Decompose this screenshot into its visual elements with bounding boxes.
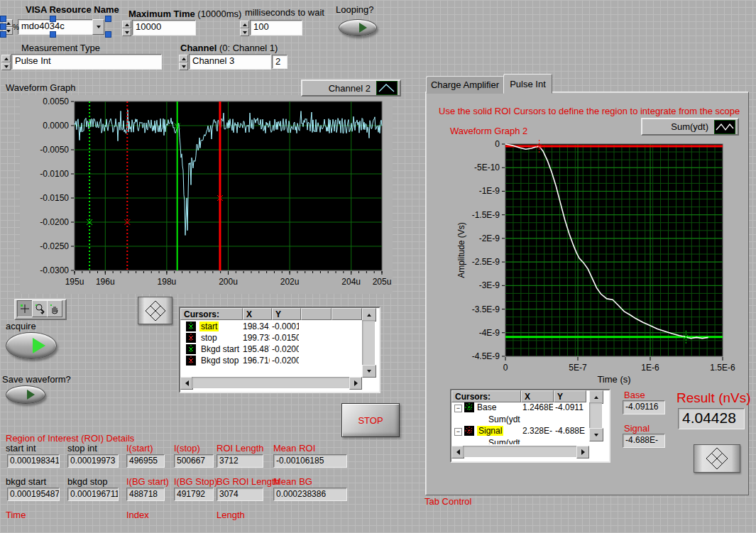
selection-handle [50, 31, 56, 38]
roi-label: Mean BG [273, 476, 312, 487]
max-time-input[interactable]: 10000 [132, 20, 196, 35]
svg-text:195u: 195u [65, 277, 84, 287]
cursor-col-y[interactable]: Y [272, 308, 301, 320]
cursor-row-name[interactable]: start [199, 322, 241, 331]
waveform-graph-legend[interactable]: Channel 2 [301, 79, 401, 97]
horizontal-scrollbar[interactable] [463, 446, 576, 457]
ms-wait-spinner[interactable] [240, 21, 249, 36]
legend-label: Sum(ydt) [671, 121, 708, 132]
roi-footer-time: Time [6, 510, 26, 520]
scroll-right-button[interactable] [349, 377, 362, 390]
cursor-row-y[interactable]: -0.0150 [272, 333, 299, 343]
svg-text:-4.5E-9: -4.5E-9 [472, 351, 500, 361]
ms-wait-input[interactable]: 100 [250, 20, 302, 35]
chevron-down-icon [97, 26, 101, 28]
save-waveform-label: Save waveform? [2, 374, 71, 385]
cursor-row-x[interactable]: 1.2468E [522, 402, 553, 412]
roi-value: 488718 [126, 488, 165, 501]
decrement-icon[interactable] [6, 30, 11, 33]
tab-pulse-int[interactable]: Pulse Int [503, 74, 552, 94]
cursor-col-name[interactable]: Cursors: [451, 390, 521, 402]
svg-text:0.0000: 0.0000 [43, 121, 69, 131]
svg-text:1E-6: 1E-6 [641, 363, 659, 373]
cursor-row-y[interactable]: -4.0911 [555, 402, 586, 412]
cursor-row-name[interactable]: stop [201, 333, 242, 343]
cursor-row-y[interactable]: -0.0001 [272, 322, 299, 331]
cursor-row-name[interactable]: Bkgd stop [201, 356, 242, 366]
scroll-down-button[interactable] [362, 365, 376, 378]
vertical-scrollbar[interactable] [362, 320, 375, 365]
cursor-row-y[interactable]: -4.688E [555, 426, 586, 436]
svg-text:1.5E-6: 1.5E-6 [710, 363, 735, 373]
cursor-marker-icon[interactable] [464, 426, 474, 436]
roi-value: -0.00106185 [273, 454, 347, 468]
cursor-mover-left[interactable] [138, 297, 172, 324]
cursor-marker-icon[interactable] [186, 344, 196, 354]
stop-button[interactable]: STOP [341, 403, 400, 437]
waveform-graph2-legend[interactable]: Sum(ydt) [641, 118, 739, 136]
horizontal-scrollbar[interactable] [192, 377, 349, 388]
looping-toggle-button[interactable] [339, 19, 377, 36]
roi-footer-length: Length [217, 510, 245, 520]
cursor-row-x[interactable]: 2.328E- [522, 426, 553, 436]
vertical-scrollbar[interactable] [589, 402, 602, 428]
channel-spinner[interactable] [179, 55, 188, 70]
cursor-col-x[interactable]: X [243, 308, 272, 320]
cursor-col-y[interactable]: Y [554, 390, 586, 402]
cursor-row-x[interactable]: 196.716 [243, 356, 270, 366]
increment-icon[interactable] [6, 22, 11, 25]
cursor-row-y[interactable]: -0.0200 [272, 344, 299, 354]
scroll-down-button[interactable] [589, 428, 603, 441]
cursor-row-x[interactable]: 199.733 [243, 333, 270, 343]
cursor-marker-icon[interactable] [186, 333, 196, 343]
cursor-row-y[interactable]: -0.0200 [272, 356, 299, 366]
waveform-graph-plot[interactable]: 0.00500.0000-0.0050-0.0100-0.0150-0.0200… [20, 95, 393, 290]
cursor-row-name[interactable]: Bkgd start [201, 344, 242, 354]
cursor-col-name[interactable]: Cursors: [180, 308, 243, 320]
scroll-right-button[interactable] [576, 446, 589, 458]
roi-value: 0.00019973 [67, 454, 119, 468]
max-time-spinner[interactable] [122, 21, 131, 36]
cursor-child-row[interactable]: Sum(ydt [488, 438, 531, 444]
play-icon [359, 23, 367, 33]
tab-control-caption: Tab Control [424, 496, 471, 507]
acquire-button[interactable] [6, 332, 57, 359]
svg-text:-0.0250: -0.0250 [40, 241, 69, 251]
stop-button-label: STOP [358, 415, 383, 426]
measurement-type-spinner[interactable] [1, 55, 11, 70]
visa-dropdown-button[interactable] [92, 19, 104, 35]
max-time-label: Maximum Time (10000ms) [128, 9, 241, 19]
signal-value: -4.688E- [623, 434, 665, 448]
cursor-child-row[interactable]: Sum(ydt [488, 414, 531, 424]
svg-text:-3.5E-9: -3.5E-9 [472, 304, 500, 314]
zoom-tool-button[interactable] [32, 300, 48, 317]
measurement-type-input[interactable]: Pulse Int [11, 54, 162, 70]
cursor-col-x[interactable]: X [521, 390, 554, 402]
visa-resource-input[interactable]: mdo4034c [18, 19, 94, 35]
roi-label: start int [6, 443, 36, 454]
svg-text:0.0050: 0.0050 [43, 97, 69, 106]
tree-collapse-icon[interactable]: − [454, 405, 462, 412]
waveform-graph2-plot[interactable]: 0-5E-10-1E-9-1.5E-9-2E-9-2.5E-9-3E-9-3.5… [454, 138, 742, 386]
tree-collapse-icon[interactable]: − [454, 428, 462, 436]
cursor-marker-icon[interactable] [186, 322, 196, 331]
tab-charge-amplifier[interactable]: Charge Amplifier [426, 76, 504, 94]
pan-tool-button[interactable] [47, 300, 62, 317]
roi-value: 0.000198341 [7, 454, 60, 468]
cursor-mover-right[interactable] [694, 444, 740, 473]
visa-io-glyph: % [13, 22, 19, 33]
cursor-row-x[interactable]: 198.341 [243, 322, 270, 331]
cursor-marker-icon[interactable] [464, 402, 474, 412]
cursor-row-x[interactable]: 195.487 [243, 344, 270, 354]
base-value: -4.09116 [623, 400, 665, 414]
cursor-tool-button[interactable] [17, 300, 33, 317]
cursor-row-name[interactable]: Signal [477, 426, 520, 436]
cursor-row-name[interactable]: Base [477, 402, 520, 412]
channel-input[interactable]: Channel 3 [189, 54, 271, 70]
waveform-graph2-title: Waveform Graph 2 [450, 126, 527, 136]
channel-index-input[interactable]: 2 [272, 55, 287, 69]
save-waveform-button[interactable] [6, 385, 45, 404]
cursor-marker-icon[interactable] [186, 356, 196, 366]
roi-value: 3074 [217, 488, 263, 501]
roi-label: ROI Length [217, 443, 264, 454]
